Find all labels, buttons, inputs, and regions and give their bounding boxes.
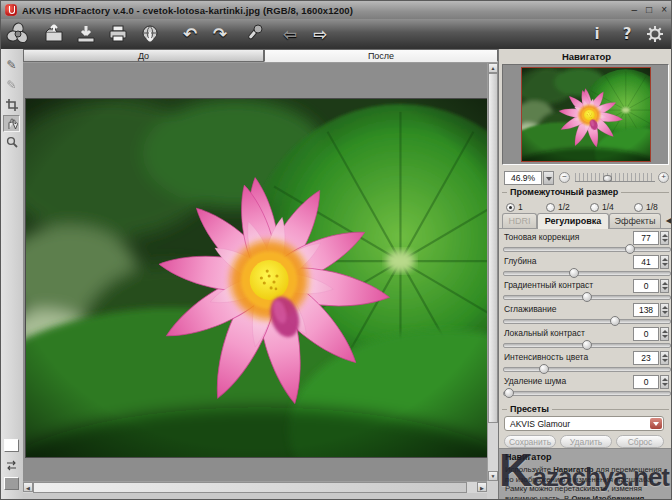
value-box[interactable]: 138: [633, 303, 659, 317]
slider-row: Глубина 41: [503, 256, 669, 279]
spinner[interactable]: [660, 255, 669, 269]
app-logo-icon: [5, 4, 17, 16]
background-swatch[interactable]: [4, 477, 19, 490]
image-canvas[interactable]: [23, 63, 487, 481]
slider-thumb[interactable]: [582, 292, 592, 302]
hand-icon[interactable]: [3, 115, 20, 132]
navigator-preview[interactable]: [502, 64, 669, 165]
lotus-photo[interactable]: [25, 98, 487, 458]
presets-group: Пресеты AKVIS Glamour Сохранить Удалить …: [502, 409, 669, 452]
slider-row: Градиентный контраст 0: [503, 280, 669, 303]
save-icon[interactable]: [73, 22, 99, 46]
radio-size-1-8[interactable]: 1/8: [634, 202, 658, 212]
spinner[interactable]: [660, 303, 669, 317]
slider-thumb[interactable]: [504, 388, 514, 398]
slider-thumb[interactable]: [582, 340, 592, 350]
preset-dropdown-icon[interactable]: [650, 418, 662, 429]
slider-row: Интенсивность цвета 23: [503, 352, 669, 375]
navigator-title: Навигатор: [499, 51, 672, 62]
navigator-thumbnail[interactable]: [521, 67, 651, 162]
value-box[interactable]: 23: [633, 351, 659, 365]
main-toolbar: ↶ ↷ ⇦ ⇨ i ?: [1, 19, 672, 50]
close-button[interactable]: ×: [661, 3, 667, 16]
tab-scroll-left-icon[interactable]: ◀: [666, 216, 672, 225]
zoom-controls: 46.9% − +: [502, 170, 669, 185]
minimize-button[interactable]: –: [632, 3, 638, 16]
value-box[interactable]: 0: [633, 375, 659, 389]
zoom-out-button[interactable]: −: [559, 172, 570, 183]
hint-panel: Навигатор Используйте Навигатор для пере…: [499, 448, 672, 500]
slider-track[interactable]: [503, 295, 671, 300]
tab-hdri[interactable]: HDRI: [502, 213, 537, 228]
tab-before[interactable]: До: [23, 49, 264, 62]
spinner[interactable]: [660, 231, 669, 245]
print-icon[interactable]: [105, 22, 131, 46]
value-box[interactable]: 0: [633, 279, 659, 293]
akvis-logo-icon[interactable]: [5, 22, 31, 46]
hint-title: Навигатор: [505, 452, 668, 462]
zoom-slider-thumb[interactable]: [603, 175, 612, 182]
title-bar: AKVIS HDRFactory v.4.0 - cvetok-lotosa-k…: [1, 1, 672, 20]
redo-icon[interactable]: ↷: [207, 22, 233, 46]
back-icon[interactable]: ⇦: [277, 22, 303, 46]
undo-icon[interactable]: ↶: [177, 22, 203, 46]
vertical-scrollbar[interactable]: ▲ ▼: [487, 63, 498, 481]
zoom-slider[interactable]: [575, 173, 655, 182]
app-window: AKVIS HDRFactory v.4.0 - cvetok-lotosa-k…: [0, 0, 672, 500]
hint-text: Используйте Навигатор для перемещения по…: [505, 465, 668, 500]
slider-row: Локальный контраст 0: [503, 328, 669, 351]
slider-track[interactable]: [503, 247, 671, 252]
info-icon[interactable]: i: [584, 22, 610, 46]
slider-track[interactable]: [503, 271, 671, 276]
zoom-value-field[interactable]: 46.9%: [504, 171, 542, 185]
maximize-button[interactable]: □: [646, 3, 652, 16]
crop-icon[interactable]: [3, 96, 20, 113]
slider-thumb[interactable]: [539, 364, 549, 374]
panel-tab-bar: HDRI Регулировка Эффекты ◀: [499, 212, 672, 229]
value-box[interactable]: 41: [633, 255, 659, 269]
preset-dropdown[interactable]: AKVIS Glamour: [504, 416, 664, 431]
publish-icon[interactable]: [137, 22, 163, 46]
eraser-icon[interactable]: ✎: [3, 76, 20, 93]
radio-size-1-2[interactable]: 1/2: [546, 202, 570, 212]
preferences-gear-icon[interactable]: [642, 22, 668, 46]
swap-arrows-icon[interactable]: [3, 457, 20, 474]
quick-process-icon[interactable]: [241, 22, 267, 46]
zoom-dropdown-icon[interactable]: [543, 171, 554, 185]
zoom-in-button[interactable]: +: [658, 172, 669, 183]
slider-thumb[interactable]: [610, 316, 620, 326]
spinner[interactable]: [660, 327, 669, 341]
zoom-icon[interactable]: [3, 133, 20, 150]
delete-preset-button[interactable]: Удалить: [560, 435, 612, 448]
settings-panel: Навигатор 46.9% − + Промежуточный размер…: [498, 49, 672, 500]
spinner[interactable]: [660, 351, 669, 365]
slider-track[interactable]: [503, 319, 671, 324]
radio-size-1[interactable]: 1: [506, 202, 523, 212]
value-box[interactable]: 77: [633, 231, 659, 245]
reset-button[interactable]: Сброс: [616, 435, 664, 448]
adjustment-sliders: Тоновая коррекция 77 Глубина 41 Градиент…: [503, 232, 669, 398]
help-icon[interactable]: ?: [614, 22, 640, 46]
slider-track[interactable]: [503, 367, 671, 372]
window-title: AKVIS HDRFactory v.4.0 - cvetok-lotosa-k…: [22, 5, 353, 16]
view-tab-bar: До После: [23, 49, 498, 63]
slider-track[interactable]: [503, 391, 671, 396]
slider-thumb[interactable]: [625, 244, 635, 254]
spinner[interactable]: [660, 375, 669, 389]
slider-thumb[interactable]: [569, 268, 579, 278]
tab-adjustment[interactable]: Регулировка: [537, 213, 609, 229]
value-box[interactable]: 0: [633, 327, 659, 341]
tool-column: ✎ ✎: [1, 49, 24, 500]
slider-row: Сглаживание 138: [503, 304, 669, 327]
tab-effects[interactable]: Эффекты: [609, 213, 661, 228]
radio-size-1-4[interactable]: 1/4: [590, 202, 614, 212]
save-preset-button[interactable]: Сохранить: [504, 435, 556, 448]
white-swatch[interactable]: [4, 439, 19, 452]
forward-icon[interactable]: ⇨: [307, 22, 333, 46]
open-icon[interactable]: [41, 22, 67, 46]
slider-track[interactable]: [503, 343, 671, 348]
brush-icon[interactable]: ✎: [3, 56, 20, 73]
spinner[interactable]: [660, 279, 669, 293]
tab-after[interactable]: После: [264, 49, 498, 62]
horizontal-scrollbar[interactable]: ◀ ▶: [23, 481, 487, 493]
